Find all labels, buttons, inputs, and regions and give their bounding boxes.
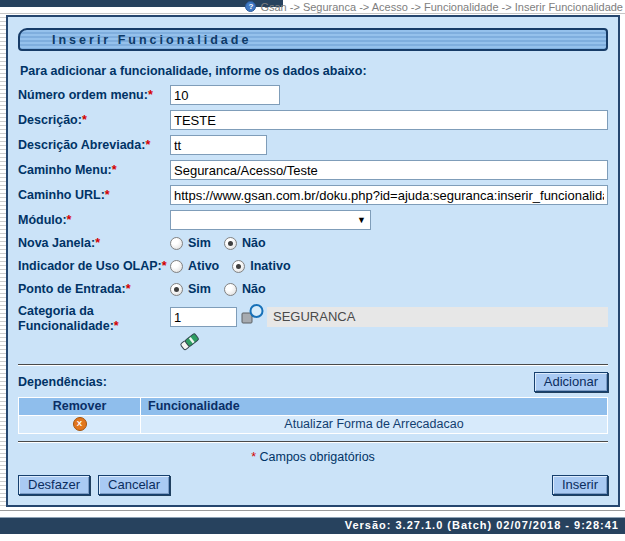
table-row-remove-cell: X <box>19 416 140 433</box>
radio-unchecked-icon[interactable] <box>170 237 183 250</box>
required-asterisk: * <box>112 163 117 177</box>
required-asterisk: * <box>251 450 256 464</box>
required-asterisk: * <box>162 259 167 273</box>
caminho-menu-input[interactable] <box>170 160 608 180</box>
dependencias-header-row: Dependências: Adicionar <box>18 372 608 392</box>
required-asterisk: * <box>105 188 110 202</box>
eraser-glyph <box>179 331 201 352</box>
form-instruction: Para adicionar a funcionalidade, informe… <box>20 64 608 78</box>
required-asterisk: * <box>82 113 87 127</box>
row-caminho-menu: Caminho Menu:* <box>18 160 608 180</box>
radio-unchecked-icon[interactable] <box>224 283 237 296</box>
row-categoria-funcionalidade: Categoria da Funcionalidade:* SEGURANCA <box>18 304 608 352</box>
descricao-input[interactable] <box>170 110 608 130</box>
descricao-abreviada-input[interactable] <box>170 135 267 155</box>
nova-janela-option-nao[interactable]: Não <box>224 236 266 250</box>
ponto-entrada-option-nao[interactable]: Não <box>224 282 266 296</box>
ponto-entrada-option-sim[interactable]: Sim <box>170 282 211 296</box>
nova-janela-label: Nova Janela:* <box>18 236 170 251</box>
olap-option-ativo[interactable]: Ativo <box>170 259 219 273</box>
row-ponto-entrada: Ponto de Entrada:* Sim Não <box>18 281 608 297</box>
row-modulo: Módulo:* ▼ <box>18 210 608 230</box>
table-row-funcionalidade-cell: Atualizar Forma de Arrecadacao <box>141 416 607 433</box>
button-gap <box>90 475 98 495</box>
inserir-button[interactable]: Inserir <box>552 475 608 495</box>
remove-icon[interactable]: X <box>73 417 87 431</box>
table-header-remover: Remover <box>19 398 140 415</box>
numero-ordem-menu-input[interactable] <box>170 85 280 105</box>
olap-option-inativo[interactable]: Inativo <box>232 259 290 273</box>
row-numero-ordem-menu: Número ordem menu:* <box>18 85 608 105</box>
footer-separator <box>0 507 625 517</box>
breadcrumb: ? Gsan -> Seguranca -> Acesso -> Funcion… <box>245 0 623 13</box>
breadcrumb-text: Gsan -> Seguranca -> Acesso -> Funcional… <box>260 1 623 13</box>
required-asterisk: * <box>126 282 131 296</box>
categoria-funcionalidade-label: Categoria da Funcionalidade:* <box>18 304 170 334</box>
adicionar-button[interactable]: Adicionar <box>534 372 608 392</box>
required-asterisk: * <box>145 138 150 152</box>
page-title: Inserir Funcionalidade <box>18 28 608 51</box>
categoria-funcionalidade-input[interactable] <box>170 307 237 327</box>
table-header-funcionalidade: Funcionalidade <box>141 398 607 415</box>
required-fields-note: * Campos obrigatórios <box>18 450 608 465</box>
search-icon[interactable] <box>241 304 265 330</box>
radio-unchecked-icon[interactable] <box>170 260 183 273</box>
form-panel: Inserir Funcionalidade Para adicionar a … <box>6 15 620 507</box>
row-descricao: Descrição:* <box>18 110 608 130</box>
button-spacer <box>170 475 552 495</box>
help-icon[interactable]: ? <box>245 1 256 12</box>
top-bar: ? Gsan -> Seguranca -> Acesso -> Funcion… <box>0 0 625 14</box>
indicador-olap-label: Indicador de Uso OLAP:* <box>18 259 170 274</box>
ponto-entrada-label: Ponto de Entrada:* <box>18 282 170 297</box>
eraser-icon[interactable] <box>179 331 201 356</box>
required-asterisk: * <box>148 88 153 102</box>
descricao-label: Descrição:* <box>18 113 170 128</box>
row-descricao-abreviada: Descrição Abreviada:* <box>18 135 608 155</box>
left-scroll-stripes <box>0 14 6 508</box>
top-navy-bar <box>0 0 283 7</box>
main-area: Inserir Funcionalidade Para adicionar a … <box>0 14 625 507</box>
action-buttons-row: Desfazer Cancelar Inserir <box>18 475 608 495</box>
required-asterisk: * <box>114 319 119 333</box>
caminho-url-label: Caminho URL:* <box>18 188 170 203</box>
modulo-label: Módulo:* <box>18 213 170 228</box>
radio-checked-icon[interactable] <box>224 237 237 250</box>
version-status-bar: Versão: 3.27.1.0 (Batch) 02/07/2018 - 9:… <box>0 517 625 534</box>
categoria-fields: SEGURANCA <box>170 304 608 352</box>
row-indicador-olap: Indicador de Uso OLAP:* Ativo Inativo <box>18 258 608 274</box>
chevron-down-icon: ▼ <box>357 215 366 225</box>
dependencias-table: Remover Funcionalidade X Atualizar Forma… <box>18 397 608 434</box>
numero-ordem-menu-label: Número ordem menu:* <box>18 88 170 103</box>
required-asterisk: * <box>95 236 100 250</box>
magnifier-glyph <box>241 304 265 326</box>
row-nova-janela: Nova Janela:* Sim Não <box>18 235 608 251</box>
row-caminho-url: Caminho URL:* <box>18 185 608 205</box>
modulo-select[interactable]: ▼ <box>170 210 371 230</box>
nova-janela-option-sim[interactable]: Sim <box>170 236 211 250</box>
dependencias-label: Dependências: <box>18 375 534 389</box>
radio-checked-icon[interactable] <box>232 260 245 273</box>
section-divider <box>18 441 608 443</box>
desfazer-button[interactable]: Desfazer <box>18 475 90 495</box>
caminho-menu-label: Caminho Menu:* <box>18 163 170 178</box>
section-divider <box>18 364 608 366</box>
caminho-url-input[interactable] <box>170 185 608 205</box>
required-asterisk: * <box>67 213 72 227</box>
cancelar-button[interactable]: Cancelar <box>98 475 170 495</box>
categoria-selected-description: SEGURANCA <box>267 307 608 327</box>
descricao-abreviada-label: Descrição Abreviada:* <box>18 138 170 153</box>
radio-checked-icon[interactable] <box>170 283 183 296</box>
